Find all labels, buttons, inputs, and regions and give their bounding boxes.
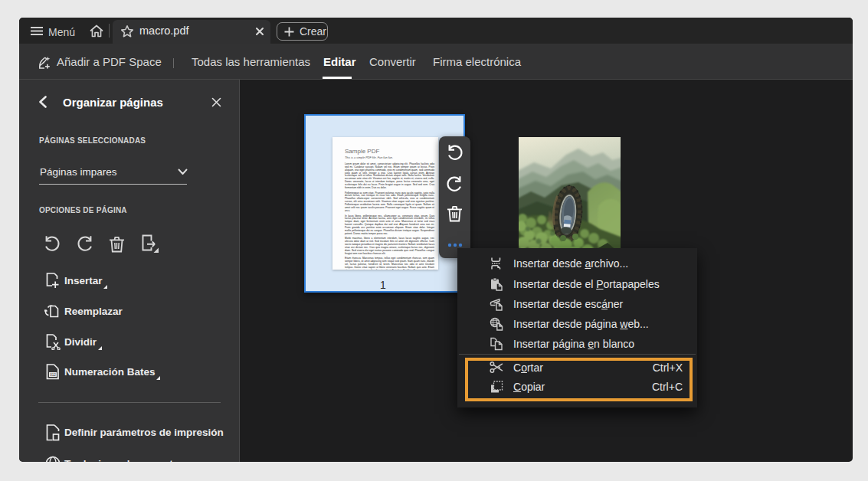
svg-text:012: 012	[50, 373, 56, 377]
